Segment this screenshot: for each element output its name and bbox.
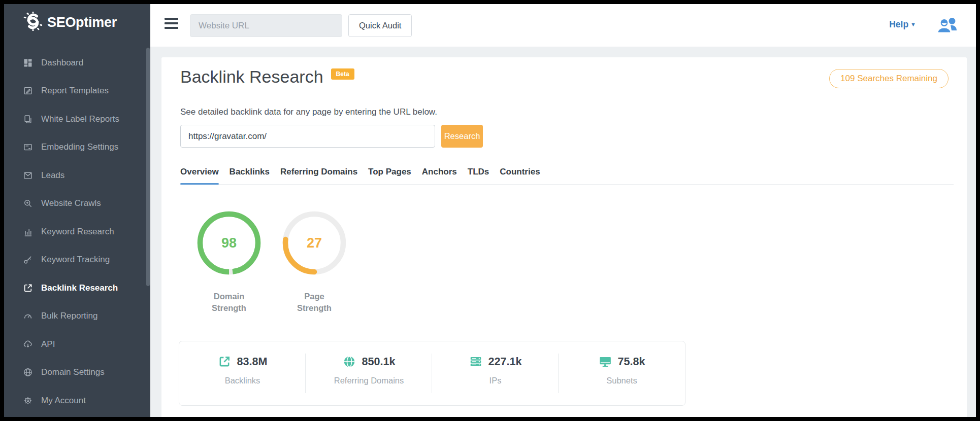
sidebar-item-label: Report Templates [41,86,109,96]
stat-ips: 227.1k IPs [432,341,559,405]
stat-label: Backlinks [179,376,306,385]
tab-top-pages[interactable]: Top Pages [368,167,411,184]
domain-strength-value: 98 [195,209,263,276]
globe-icon [343,355,356,368]
sidebar-item-label: Embedding Settings [41,142,118,152]
searches-remaining-badge: 109 Searches Remaining [829,69,949,88]
sidebar-item-bulk-reporting[interactable]: Bulk Reporting [4,302,150,331]
page-title: Backlink Research [180,67,323,87]
beta-badge: Beta [331,68,354,80]
domain-settings-icon [23,367,33,377]
tab-referring-domains[interactable]: Referring Domains [280,167,357,184]
sidebar-item-label: Leads [41,170,64,181]
account-people-icon[interactable] [935,16,961,35]
my-account-icon [23,396,33,406]
external-link-icon [218,355,231,368]
tab-overview[interactable]: Overview [180,167,219,184]
page-strength-gauge: 27 Page Strength [281,209,348,314]
quick-audit-button[interactable]: Quick Audit [348,14,412,37]
white-label-reports-icon [23,114,33,124]
tab-anchors[interactable]: Anchors [422,167,457,184]
sidebar-item-label: Backlink Research [41,283,118,293]
backlink-research-icon [23,283,33,293]
app-window: SEOptimer Dashboard Report Templates Whi… [4,4,976,417]
stat-label: IPs [432,376,559,385]
keyword-tracking-icon [23,255,33,265]
sidebar-item-label: Bulk Reporting [41,311,98,321]
website-url-input[interactable] [190,14,342,37]
sidebar-item-keyword-tracking[interactable]: Keyword Tracking [4,246,150,274]
stat-value: 850.1k [362,356,396,368]
sidebar-item-keyword-research[interactable]: Keyword Research [4,218,150,246]
server-icon [469,355,482,368]
sidebar-item-label: My Account [41,396,86,406]
seoptimer-logo-icon [23,12,43,33]
help-label: Help [889,19,908,29]
sidebar-item-api[interactable]: API [4,330,150,359]
stat-referring-domains: 850.1k Referring Domains [306,341,432,405]
sidebar-item-embedding-settings[interactable]: Embedding Settings [4,133,150,162]
chevron-down-icon: ▼ [910,21,916,27]
tab-countries[interactable]: Countries [500,167,540,184]
sidebar-item-label: Keyword Tracking [41,255,110,265]
sidebar-item-label: Website Crawls [41,198,101,208]
stat-value: 83.8M [237,356,268,368]
sidebar-item-backlink-research[interactable]: Backlink Research [4,274,150,302]
stat-value: 227.1k [488,356,522,368]
overview-stats-card: 83.8M Backlinks 850.1k Referring Domains… [179,341,685,406]
sidebar-item-leads[interactable]: Leads [4,161,150,190]
dashboard-icon [23,58,33,68]
bulk-reporting-icon [23,311,33,321]
help-dropdown[interactable]: Help▼ [889,19,916,30]
api-icon [23,339,33,349]
sidebar-item-label: Keyword Research [41,227,114,237]
logo[interactable]: SEOptimer [23,12,117,33]
sidebar-item-report-templates[interactable]: Report Templates [4,77,150,106]
logo-text: SEOptimer [47,15,117,30]
sidebar-item-label: Dashboard [41,58,83,68]
stat-subnets: 75.8k Subnets [559,341,685,405]
website-crawls-icon [23,198,33,208]
desktop-icon [599,355,612,368]
leads-icon [23,170,33,181]
sidebar-item-label: API [41,339,55,349]
keyword-research-icon [23,227,33,237]
sidebar-scrollbar-thumb[interactable] [146,48,150,286]
research-search-row: Research [180,125,483,148]
sidebar-item-white-label-reports[interactable]: White Label Reports [4,105,150,133]
tab-bar: Overview Backlinks Referring Domains Top… [180,167,954,185]
stat-label: Referring Domains [306,376,432,385]
sidebar-item-my-account[interactable]: My Account [4,387,150,415]
stat-label: Subnets [559,376,685,385]
page-strength-value: 27 [281,209,348,276]
domain-strength-gauge: 98 Domain Strength [195,209,263,314]
embedding-settings-icon [23,142,33,152]
sidebar-item-website-crawls[interactable]: Website Crawls [4,190,150,218]
tab-backlinks[interactable]: Backlinks [230,167,270,184]
sidebar: SEOptimer Dashboard Report Templates Whi… [4,4,150,417]
domain-strength-label: Domain Strength [204,291,254,314]
research-button[interactable]: Research [441,125,483,148]
tab-tlds[interactable]: TLDs [468,167,489,184]
sidebar-item-dashboard[interactable]: Dashboard [4,49,150,77]
hamburger-menu-icon[interactable] [165,18,178,29]
sidebar-item-domain-settings[interactable]: Domain Settings [4,359,150,387]
top-bar: Quick Audit Help▼ [150,4,976,47]
page-description: See detailed backlink data for any page … [180,107,437,117]
sidebar-menu: Dashboard Report Templates White Label R… [4,49,150,415]
sidebar-item-label: Domain Settings [41,367,105,377]
page-strength-label: Page Strength [289,291,340,314]
main-content-card: Backlink Research Beta 109 Searches Rema… [161,57,967,417]
title-row: Backlink Research Beta [180,67,354,87]
sidebar-item-label: White Label Reports [41,114,119,124]
report-templates-icon [23,86,33,96]
research-url-input[interactable] [180,125,435,148]
stat-backlinks: 83.8M Backlinks [179,341,306,405]
stat-value: 75.8k [618,356,645,368]
